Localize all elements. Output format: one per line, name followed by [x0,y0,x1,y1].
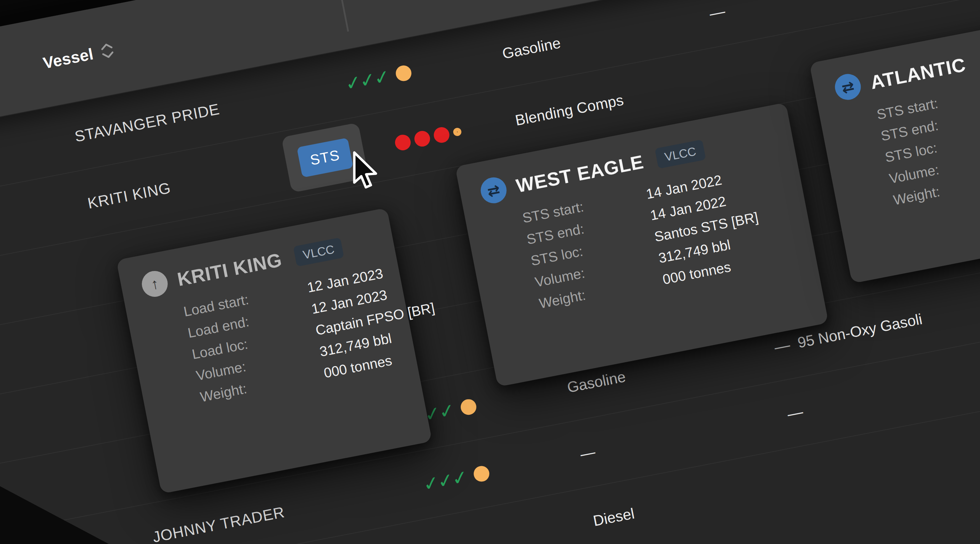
orange-dot-icon [395,64,413,82]
vessel-name[interactable]: JOHNNY TRADER [151,503,286,544]
vessel-header-label: Vessel [41,44,95,72]
empty-value-dash: — [786,402,804,423]
empty-value-dash: — [773,336,791,357]
vessel-name[interactable]: STAVANGER PRIDE [73,100,221,146]
red-dot-icon [394,133,412,152]
status-indicators[interactable]: ✓✓✓ [343,61,414,95]
sts-badge-button[interactable]: STS [297,138,353,178]
load-arrow-up-icon: ↑ [140,269,170,299]
orange-dot-icon [460,398,478,416]
status-indicators[interactable] [394,124,463,152]
orange-dot-icon [472,465,491,483]
tooltip-vessel-title: ATLANTIC [869,53,967,94]
vessel-class-badge: VLCC [293,237,344,266]
vessel-column-header[interactable]: Vessel [35,6,121,106]
mouse-cursor-icon [350,151,380,192]
sts-transfer-icon: ⇄ [833,72,863,102]
vessel-class-badge: VLCC [655,140,706,169]
empty-value-dash: — [708,2,727,23]
grade-label: Gasoline [501,34,562,62]
tooltip-vessel-title: KRITI KING [175,249,283,290]
sts-transfer-icon: ⇄ [479,175,509,205]
vessel-table: Vessel STAVANGER PRIDE ✓✓✓ Gasoline — KR… [0,0,980,544]
checkmarks-icon: ✓✓✓ [421,466,469,496]
grade-label: Gasoline [566,368,627,396]
grade-label: Diesel [592,505,636,530]
orange-ring-icon [453,127,462,137]
checkmarks-icon: ✓✓✓ [343,65,391,95]
vessel-name[interactable]: KRITI KING [86,179,172,212]
empty-grade-dash: — [579,443,597,463]
red-dot-icon [413,130,431,148]
sort-icon[interactable] [100,43,115,59]
header-column-divider [336,0,349,32]
red-dot-icon [433,126,451,144]
grade-label: Blending Comps [514,92,625,129]
status-indicators[interactable]: ✓✓✓ [421,462,492,496]
app-viewport: Vessel STAVANGER PRIDE ✓✓✓ Gasoline — KR… [0,0,980,544]
